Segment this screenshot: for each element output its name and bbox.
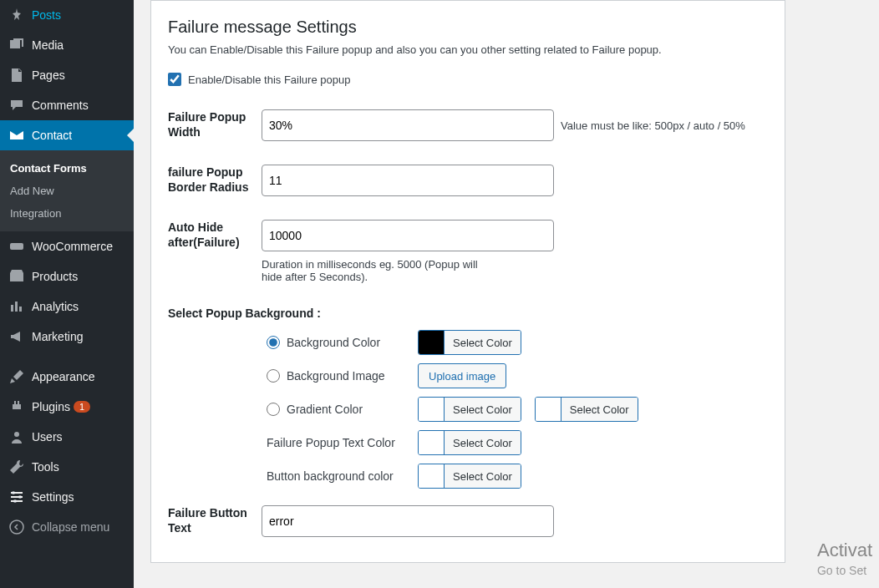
radius-input[interactable]: [262, 165, 554, 196]
menu-marketing[interactable]: Marketing: [0, 322, 134, 352]
menu-label: Marketing: [32, 330, 83, 343]
svg-point-2: [12, 491, 15, 494]
sliders-icon: [8, 489, 25, 505]
bg-color-swatch[interactable]: [419, 331, 444, 354]
btn-text-label: Failure Button Text: [168, 505, 262, 537]
collapse-menu[interactable]: Collapse menu: [0, 512, 134, 542]
bg-color-radio[interactable]: [267, 336, 280, 349]
btn-bg-select-color[interactable]: Select Color: [444, 464, 521, 488]
width-input[interactable]: [262, 109, 554, 141]
menu-label: Contact: [32, 129, 72, 142]
brush-icon: [8, 368, 25, 385]
svg-point-5: [10, 520, 23, 534]
gradient-select-color-2[interactable]: Select Color: [561, 398, 638, 421]
menu-label: Pages: [32, 68, 65, 82]
plugin-update-badge: 1: [74, 401, 90, 413]
pin-icon: [8, 7, 25, 23]
menu-label: Tools: [32, 460, 59, 474]
width-hint: Value must be like: 500px / auto / 50%: [561, 119, 745, 132]
page-icon: [8, 67, 25, 84]
btn-text-input[interactable]: [262, 505, 554, 537]
media-icon: [8, 37, 25, 53]
btn-bg-swatch[interactable]: [419, 464, 444, 488]
menu-label: Appearance: [32, 370, 95, 383]
settings-panel: Failure message Settings You can Enable/…: [150, 0, 785, 563]
windows-watermark: Activat Go to Set: [817, 539, 872, 578]
plug-icon: [8, 398, 25, 415]
btn-bg-label: Button background color: [267, 469, 404, 483]
bg-image-radio[interactable]: [267, 369, 280, 383]
menu-label: Media: [32, 38, 64, 52]
menu-label: Analytics: [32, 300, 79, 313]
submenu-integration[interactable]: Integration: [0, 202, 134, 225]
text-select-color[interactable]: Select Color: [444, 431, 521, 454]
bg-color-label: Background Color: [287, 336, 380, 349]
products-icon: [8, 268, 25, 285]
wrench-icon: [8, 459, 25, 475]
autohide-hint: Duration in milliseconds eg. 5000 (Popup…: [262, 258, 479, 283]
menu-pages[interactable]: Pages: [0, 60, 134, 90]
gradient-color2-picker: Select Color: [535, 397, 638, 422]
svg-rect-0: [10, 243, 23, 250]
menu-settings[interactable]: Settings: [0, 482, 134, 512]
submenu-add-new[interactable]: Add New: [0, 180, 134, 202]
bg-select-color-button[interactable]: Select Color: [444, 331, 521, 354]
menu-analytics[interactable]: Analytics: [0, 291, 134, 322]
menu-label: Settings: [32, 490, 74, 504]
upload-image-button[interactable]: Upload image: [418, 363, 506, 388]
text-color-label: Failure Popup Text Color: [267, 436, 404, 449]
autohide-input[interactable]: [262, 220, 554, 251]
gradient-swatch-2[interactable]: [536, 398, 561, 421]
menu-posts[interactable]: Posts: [0, 0, 134, 30]
megaphone-icon: [8, 328, 25, 345]
menu-contact[interactable]: Contact: [0, 120, 134, 150]
gradient-color1-picker: Select Color: [418, 397, 521, 422]
radius-label: failure Popup Border Radius: [168, 165, 262, 196]
bg-image-label: Background Image: [287, 369, 385, 383]
menu-woocommerce[interactable]: WooCommerce: [0, 231, 134, 261]
collapse-icon: [8, 519, 25, 535]
btn-bg-color-picker: Select Color: [418, 464, 521, 489]
menu-plugins[interactable]: Plugins 1: [0, 392, 134, 422]
menu-label: WooCommerce: [32, 240, 113, 253]
bg-section-label: Select Popup Background :: [168, 307, 768, 320]
menu-tools[interactable]: Tools: [0, 452, 134, 482]
menu-label: Posts: [32, 8, 61, 22]
main-content: Failure message Settings You can Enable/…: [134, 0, 879, 588]
mail-icon: [8, 127, 25, 144]
enable-popup-label: Enable/Disable this Failure popup: [188, 74, 350, 86]
bg-color-picker: Select Color: [418, 330, 521, 355]
enable-popup-checkbox[interactable]: [168, 73, 181, 86]
bg-gradient-radio[interactable]: [267, 403, 280, 416]
svg-point-3: [18, 495, 22, 499]
collapse-label: Collapse menu: [32, 520, 109, 534]
gradient-swatch-1[interactable]: [419, 398, 444, 421]
svg-point-1: [14, 432, 19, 437]
menu-label: Comments: [32, 99, 89, 112]
menu-users[interactable]: Users: [0, 422, 134, 452]
menu-comments[interactable]: Comments: [0, 90, 134, 120]
menu-products[interactable]: Products: [0, 261, 134, 291]
user-icon: [8, 428, 25, 445]
analytics-icon: [8, 298, 25, 315]
admin-sidebar: Posts Media Pages Comments Contact Conta…: [0, 0, 134, 588]
svg-point-4: [13, 499, 17, 503]
section-title: Failure message Settings: [168, 18, 768, 37]
gradient-select-color-1[interactable]: Select Color: [444, 398, 521, 421]
woocommerce-icon: [8, 238, 25, 255]
bg-gradient-label: Gradient Color: [287, 403, 363, 416]
text-color-swatch[interactable]: [419, 431, 444, 454]
submenu-contact-forms[interactable]: Contact Forms: [0, 157, 134, 180]
menu-media[interactable]: Media: [0, 30, 134, 60]
menu-label: Users: [32, 430, 63, 444]
submenu-contact: Contact Forms Add New Integration: [0, 150, 134, 231]
menu-appearance[interactable]: Appearance: [0, 362, 134, 392]
width-label: Failure Popup Width: [168, 109, 262, 141]
text-color-picker: Select Color: [418, 430, 521, 455]
menu-label: Products: [32, 270, 78, 283]
menu-label: Plugins: [32, 400, 70, 413]
section-desc: You can Enable/Disable this Failure popu…: [168, 43, 768, 56]
comment-icon: [8, 97, 25, 114]
autohide-label: Auto Hide after(Failure): [168, 220, 262, 283]
